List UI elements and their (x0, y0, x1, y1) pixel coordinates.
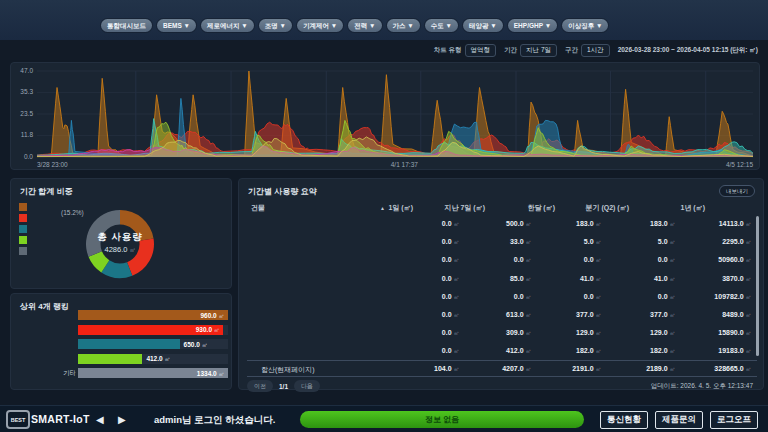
table-title: 기간별 사용량 요약 (248, 186, 316, 197)
cell-4-4: 109782.0 ㎥ (714, 293, 751, 301)
svg-text:23.5: 23.5 (20, 110, 33, 117)
period-select[interactable]: 지난 7일 (520, 44, 557, 57)
cell-5-3: 377.0 ㎥ (650, 311, 675, 319)
cell-3-1: 85.0 ㎥ (510, 275, 531, 283)
cell-7-0: 0.0 ㎥ (442, 347, 459, 355)
page-indicator: 1/1 (279, 383, 288, 390)
nav-gas[interactable]: 가스 ▼ (387, 19, 420, 32)
comm-status-button[interactable]: 통신현황 (600, 411, 648, 429)
cell-4-2: 0.0 ㎥ (584, 293, 601, 301)
col-header-3[interactable]: 분기 (Q2) (㎥) (585, 203, 629, 213)
cell-5-2: 377.0 ㎥ (576, 311, 601, 319)
next-arrow-button[interactable]: ▶ (118, 414, 126, 425)
summary-label: 합산(현재페이지) (261, 365, 315, 375)
brand-title: SMART-IoT (31, 413, 90, 425)
prev-arrow-button[interactable]: ◀ (96, 414, 104, 425)
total-usage-unit: ㎥ (130, 247, 136, 253)
nav-zero-energy[interactable]: 제로에너지 ▼ (201, 19, 254, 32)
total-usage-label: 총 사용량 (70, 231, 170, 244)
cell-1-4: 2295.0 ㎥ (722, 238, 751, 246)
ranking-track-0: 960.0 ㎥ (78, 310, 228, 320)
best-logo: BEST (6, 410, 30, 429)
ranking-row-2: 650.0 ㎥ (20, 339, 228, 349)
col-header-4[interactable]: 1년 (㎥) (681, 203, 706, 213)
col-header-0[interactable]: 1일 (㎥) (389, 203, 414, 213)
login-message: admin님 로그인 하셨습니다. (154, 414, 275, 427)
cell-5-1: 613.0 ㎥ (506, 311, 531, 319)
nav-bems[interactable]: BEMS ▼ (157, 19, 196, 32)
table-row-6[interactable]: 0.0 ㎥309.0 ㎥129.0 ㎥129.0 ㎥15890.0 ㎥ (239, 324, 765, 342)
filter-bar: 차트 유형 영역형 기간 지난 7일 구간 1시간 2026-03-28 23:… (0, 40, 768, 60)
cell-2-2: 0.0 ㎥ (584, 256, 601, 264)
cell-6-0: 0.0 ㎥ (442, 329, 459, 337)
table-row-5[interactable]: 0.0 ㎥613.0 ㎥377.0 ㎥377.0 ㎥8489.0 ㎥ (239, 306, 765, 324)
status-bar: BEST SMART-IoT ◀ ▶ admin님 로그인 하셨습니다. 정보 … (0, 405, 768, 432)
chart-type-select[interactable]: 영역형 (465, 44, 497, 57)
cell-1-2: 5.0 ㎥ (584, 238, 601, 246)
interval-select[interactable]: 1시간 (581, 44, 610, 57)
table-scrollbar[interactable] (756, 216, 759, 356)
nav-dashboard[interactable]: 통합대시보드 (101, 19, 152, 32)
cell-7-4: 19183.0 ㎥ (718, 347, 751, 355)
cell-7-3: 182.0 ㎥ (650, 347, 675, 355)
product-inquiry-button[interactable]: 제품문의 (655, 411, 703, 429)
cell-3-3: 41.0 ㎥ (654, 275, 675, 283)
cell-4-1: 0.0 ㎥ (514, 293, 531, 301)
donut-callout: (15.2%) (61, 209, 84, 216)
nav-ehp-ghp[interactable]: EHP/GHP ▼ (508, 19, 557, 32)
cell-6-2: 129.0 ㎥ (576, 329, 601, 337)
table-row-0[interactable]: 0.0 ㎥500.0 ㎥183.0 ㎥183.0 ㎥14113.0 ㎥ (239, 215, 765, 233)
svg-text:35.3: 35.3 (20, 88, 33, 95)
cell-2-1: 0.0 ㎥ (514, 256, 531, 264)
ranking-bar-2[interactable] (78, 339, 180, 349)
cell-0-1: 500.0 ㎥ (506, 220, 531, 228)
table-pagination: 이전 1/1 다음 (247, 380, 320, 392)
col-header-1[interactable]: 지난 7일 (㎥) (445, 203, 485, 213)
top-nav: 통합대시보드BEMS ▼제로에너지 ▼조명 ▼기계제어 ▼전력 ▼가스 ▼수도 … (0, 0, 768, 40)
sort-asc-icon: ▲ (380, 205, 385, 211)
table-body: 0.0 ㎥500.0 ㎥183.0 ㎥183.0 ㎥14113.0 ㎥0.0 ㎥… (239, 215, 765, 361)
logoff-button[interactable]: 로그오프 (710, 411, 758, 429)
ranking-bars: 960.0 ㎥930.0 ㎥650.0 ㎥412.0 ㎥기타1334.0 ㎥ (20, 310, 228, 383)
nav-anomaly[interactable]: 이상징후 ▼ (562, 19, 608, 32)
next-page-button[interactable]: 다음 (294, 380, 320, 392)
svg-text:3/28 23:00: 3/28 23:00 (37, 161, 68, 168)
nav-solar[interactable]: 태양광 ▼ (463, 19, 503, 32)
nav-lighting[interactable]: 조명 ▼ (259, 19, 292, 32)
cell-6-1: 309.0 ㎥ (506, 329, 531, 337)
chart-type-label: 차트 유형 (434, 46, 462, 55)
alert-banner[interactable]: 정보 없음 (300, 411, 584, 428)
nav-water[interactable]: 수도 ▼ (425, 19, 458, 32)
cell-1-0: 0.0 ㎥ (442, 238, 459, 246)
nav-machine-control[interactable]: 기계제어 ▼ (297, 19, 343, 32)
last-updated: 업데이트: 2026. 4. 5. 오후 12:13:47 (651, 382, 753, 391)
period-label: 기간 (504, 46, 517, 55)
ranking-value-3: 412.0 ㎥ (146, 355, 170, 363)
svg-text:4/5 12:15: 4/5 12:15 (726, 161, 753, 168)
footer-buttons: 통신현황제품문의로그오프 (600, 411, 758, 429)
table-row-4[interactable]: 0.0 ㎥0.0 ㎥0.0 ㎥0.0 ㎥109782.0 ㎥ (239, 288, 765, 306)
table-row-7[interactable]: 0.0 ㎥412.0 ㎥182.0 ㎥182.0 ㎥19183.0 ㎥ (239, 342, 765, 360)
cell-0-2: 183.0 ㎥ (576, 220, 601, 228)
col-header-building[interactable]: 건물 (251, 203, 265, 213)
cell-7-2: 182.0 ㎥ (576, 347, 601, 355)
summary-cell-4: 328665.0 ㎥ (714, 365, 751, 373)
table-row-3[interactable]: 0.0 ㎥85.0 ㎥41.0 ㎥41.0 ㎥3870.0 ㎥ (239, 270, 765, 288)
ranking-row-1: 930.0 ㎥ (20, 325, 228, 335)
export-button[interactable]: 내보내기 (719, 185, 755, 197)
cell-2-0: 0.0 ㎥ (442, 256, 459, 264)
col-header-2[interactable]: 한달 (㎥) (527, 203, 555, 213)
nav-power[interactable]: 전력 ▼ (348, 19, 381, 32)
cell-2-4: 50960.0 ㎥ (718, 256, 751, 264)
prev-page-button[interactable]: 이전 (247, 380, 273, 392)
interval-label: 구간 (565, 46, 578, 55)
cell-0-0: 0.0 ㎥ (442, 220, 459, 228)
table-row-1[interactable]: 0.0 ㎥33.0 ㎥5.0 ㎥5.0 ㎥2295.0 ㎥ (239, 233, 765, 251)
ranking-bar-3[interactable] (78, 354, 142, 364)
ranking-value-0: 960.0 ㎥ (200, 312, 224, 320)
svg-text:0.0: 0.0 (24, 153, 33, 160)
cell-0-4: 14113.0 ㎥ (719, 220, 751, 228)
table-row-2[interactable]: 0.0 ㎥0.0 ㎥0.0 ㎥0.0 ㎥50960.0 ㎥ (239, 251, 765, 269)
cell-4-0: 0.0 ㎥ (442, 293, 459, 301)
top4-ranking-panel: 상위 4개 랭킹 960.0 ㎥930.0 ㎥650.0 ㎥412.0 ㎥기타1… (10, 293, 232, 390)
